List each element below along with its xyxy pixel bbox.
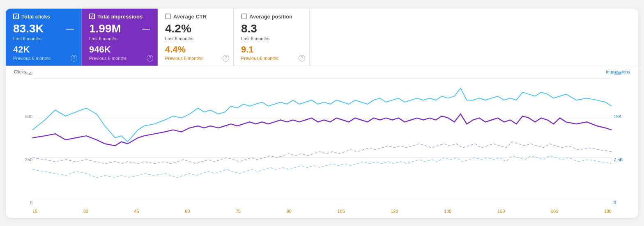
x-label-30: 30 (83, 209, 88, 214)
y-left-label-2: 250 (25, 157, 32, 162)
chart-y-labels-left: 750 500 250 0 (14, 71, 32, 205)
x-label-150: 150 (497, 209, 505, 214)
x-label-90: 90 (287, 209, 292, 214)
metric-value-position: 8.3 (241, 22, 257, 35)
metric-header-clicks: Total clicks (13, 14, 74, 20)
metric-subtitle-ctr: Last 6 months (165, 36, 226, 41)
metric-total-impressions[interactable]: Total impressions 1.99M — Last 6 months … (82, 9, 158, 66)
y-left-label-3: 0 (30, 200, 32, 205)
chart-area: Clicks Impressions 750 500 250 0 23K 15K… (6, 66, 638, 218)
metric-title-clicks: Total clicks (21, 14, 50, 20)
metric-title-ctr: Average CTR (173, 14, 207, 20)
checkbox-ctr[interactable] (165, 14, 171, 19)
x-label-75: 75 (236, 209, 241, 214)
y-right-label-2: 7.5K (614, 157, 623, 162)
y-left-label-1: 500 (25, 114, 32, 119)
metric-title-impressions: Total impressions (97, 14, 143, 20)
metric-header-ctr: Average CTR (165, 14, 226, 20)
metric-subtitle-clicks: Last 6 months (13, 36, 74, 41)
metric-value-clicks: 83.3K (13, 22, 44, 35)
help-icon-position[interactable]: ? (299, 55, 305, 62)
metric-dash-impressions: — (142, 24, 150, 33)
metric-prev-value-impressions: 946K (89, 44, 126, 55)
x-label-135: 135 (444, 209, 451, 214)
y-right-label-3: 0 (614, 200, 616, 205)
metric-title-position: Average position (249, 14, 292, 20)
metric-value-impressions: 1.99M (89, 22, 121, 35)
help-icon-impressions[interactable]: ? (147, 55, 153, 62)
x-label-165: 165 (551, 209, 558, 214)
metric-header-impressions: Total impressions (89, 14, 150, 20)
x-label-60: 60 (185, 209, 190, 214)
metric-subtitle-impressions: Last 6 months (89, 36, 150, 41)
metric-prev-label-clicks: Previous 6 months (13, 56, 51, 61)
checkbox-clicks[interactable] (13, 14, 19, 19)
metric-prev-label-position: Previous 6 months (241, 56, 278, 61)
metric-dash-clicks: — (66, 24, 74, 33)
x-label-120: 120 (391, 209, 398, 214)
chart-x-labels: 15 30 45 60 75 90 105 120 135 150 165 18… (32, 209, 612, 214)
metric-subtitle-position: Last 6 months (241, 36, 302, 41)
metric-average-ctr[interactable]: Average CTR 4.2% Last 6 months 4.4% Prev… (158, 9, 234, 66)
metric-prev-value-position: 9.1 (241, 44, 278, 55)
metric-average-position[interactable]: Average position 8.3 Last 6 months 9.1 P… (234, 9, 310, 66)
y-left-label-0: 750 (25, 71, 32, 76)
checkbox-position[interactable] (241, 14, 247, 19)
help-icon-clicks[interactable]: ? (71, 55, 77, 62)
x-label-45: 45 (134, 209, 139, 214)
metric-value-ctr: 4.2% (165, 22, 191, 35)
y-right-label-0: 23K (614, 71, 622, 76)
main-container: Total clicks 83.3K — Last 6 months 42K P… (6, 9, 638, 218)
x-label-105: 105 (337, 209, 345, 214)
help-icon-ctr[interactable]: ? (223, 55, 229, 62)
chart-y-labels-right: 23K 15K 7.5K 0 (614, 71, 630, 205)
y-right-label-1: 15K (614, 114, 622, 119)
metric-prev-label-impressions: Previous 6 months (89, 56, 126, 61)
chart-svg (32, 78, 612, 197)
x-label-180: 180 (604, 209, 612, 214)
x-label-15: 15 (32, 209, 37, 214)
metric-prev-label-ctr: Previous 6 months (165, 56, 202, 61)
metric-prev-value-ctr: 4.4% (165, 44, 202, 55)
metric-prev-value-clicks: 42K (13, 44, 51, 55)
metric-header-position: Average position (241, 14, 302, 20)
checkbox-impressions[interactable] (89, 14, 95, 19)
metric-total-clicks[interactable]: Total clicks 83.3K — Last 6 months 42K P… (6, 9, 82, 66)
metrics-row: Total clicks 83.3K — Last 6 months 42K P… (6, 9, 638, 66)
